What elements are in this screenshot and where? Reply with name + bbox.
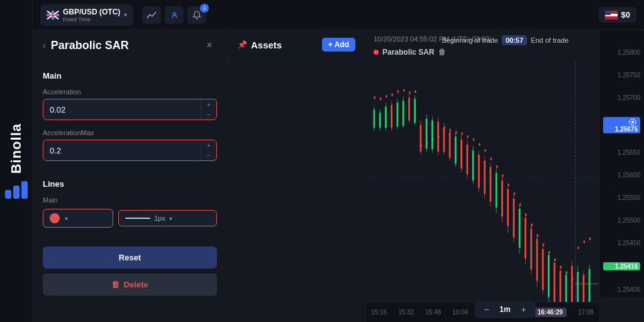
- acceleration-increment[interactable]: +: [201, 99, 216, 109]
- zoom-out-button[interactable]: −: [479, 303, 493, 316]
- timeframe-label: 1m: [497, 305, 513, 314]
- svg-point-149: [631, 121, 634, 123]
- add-asset-button[interactable]: + Add: [322, 38, 355, 52]
- svg-point-35: [380, 97, 381, 101]
- acceleration-max-label: AccelerationMax: [43, 129, 217, 136]
- asset-name: GBP/USD (OTC): [63, 8, 120, 16]
- price-scale: 1.25800 1.25750 1.25700 1.25675 1.25650 …: [599, 30, 644, 297]
- svg-rect-16: [605, 11, 611, 15]
- acceleration-label: Acceleration: [43, 88, 217, 96]
- acceleration-max-spinners: + −: [201, 140, 216, 160]
- panel-header: ‹ Parabolic SAR ×: [33, 30, 227, 61]
- delete-icon: 🗑: [111, 280, 119, 289]
- time-controls: − 1m +: [474, 301, 535, 318]
- assets-list: [228, 60, 365, 322]
- svg-point-49: [461, 132, 462, 135]
- svg-point-50: [467, 135, 469, 138]
- price-8: 1.25450: [603, 240, 640, 247]
- asset-type: Fixed Time: [63, 16, 120, 23]
- trade-end-label: End of trade: [531, 36, 569, 44]
- reset-button[interactable]: Reset: [43, 247, 217, 269]
- svg-point-71: [589, 237, 591, 240]
- delete-button[interactable]: 🗑 Delete: [43, 274, 217, 296]
- svg-point-70: [584, 240, 585, 243]
- gb-flag-icon: [47, 11, 59, 19]
- price-7: 1.25500: [603, 217, 640, 224]
- parabolic-sar-panel: ‹ Parabolic SAR × Main Acceleration + −: [33, 30, 228, 322]
- pin-icon: 📌: [238, 40, 247, 49]
- asset-info: GBP/USD (OTC) Fixed Time: [63, 8, 120, 23]
- balance-amount: $0: [621, 10, 630, 19]
- trade-beginning-label: Beginning of trade: [442, 36, 498, 44]
- svg-point-41: [414, 90, 416, 93]
- entry-price-badge: 1.25416: [603, 262, 640, 270]
- svg-point-38: [397, 90, 399, 93]
- price-9: 1.25400: [603, 286, 640, 293]
- assets-header: 📌 Assets + Add: [228, 30, 365, 60]
- asset-selector[interactable]: GBP/USD (OTC) Fixed Time ▾: [40, 4, 133, 26]
- brand-strip: Binolla: [0, 0, 33, 322]
- time-7: 17:08: [578, 309, 594, 316]
- indicator-dot-icon: [374, 50, 379, 55]
- price-4: 1.25650: [603, 149, 640, 156]
- indicators-button[interactable]: [142, 6, 161, 24]
- color-selector[interactable]: ▾: [43, 209, 113, 228]
- time-3: 15:48: [425, 309, 441, 316]
- svg-point-36: [386, 95, 387, 98]
- svg-rect-2: [21, 181, 28, 199]
- assets-panel: 📌 Assets + Add: [228, 30, 366, 322]
- svg-line-11: [150, 14, 152, 16]
- svg-point-53: [484, 149, 486, 152]
- title-area: ‹ Parabolic SAR: [43, 39, 129, 52]
- acceleration-group: Acceleration + −: [43, 88, 217, 120]
- trade-timer: 00:57: [502, 35, 527, 45]
- zoom-in-button[interactable]: +: [517, 303, 531, 316]
- svg-rect-15: [605, 16, 618, 19]
- lines-section-label: Lines: [43, 179, 217, 189]
- indicator-delete-icon[interactable]: 🗑: [438, 48, 446, 57]
- assets-title-area: 📌 Assets: [238, 40, 282, 50]
- panel-content: Main Acceleration + − AccelerationMax: [33, 61, 227, 322]
- line-style-chevron-icon: ▾: [169, 215, 172, 222]
- divider: [43, 170, 217, 170]
- close-panel-button[interactable]: ×: [202, 38, 217, 53]
- top-bar: GBP/USD (OTC) Fixed Time ▾ A: [33, 0, 644, 30]
- assets-title: Assets: [251, 40, 282, 50]
- svg-point-34: [374, 96, 375, 99]
- color-dot-icon: [50, 213, 60, 223]
- current-time-badge: 16:46:29: [534, 308, 567, 317]
- price-chart: [366, 62, 599, 302]
- svg-line-10: [147, 14, 150, 18]
- time-4: 16:04: [452, 309, 468, 316]
- chart-area: 10/20/2023 04:55:02 PM (UTC+03:00) Parab…: [366, 30, 644, 322]
- acceleration-input-row: + −: [43, 99, 217, 120]
- svg-line-12: [152, 12, 156, 16]
- acceleration-max-input[interactable]: [43, 141, 201, 160]
- lines-main-label: Main: [43, 196, 217, 204]
- trade-info: Beginning of trade 00:57 End of trade: [442, 35, 569, 45]
- indicator-name: Parabolic SAR: [382, 48, 435, 57]
- acceleration-max-group: AccelerationMax + −: [43, 129, 217, 161]
- acceleration-input[interactable]: [43, 100, 201, 119]
- panel-title: Parabolic SAR: [51, 39, 129, 52]
- svg-point-69: [577, 247, 579, 250]
- time-2: 15:32: [398, 309, 414, 316]
- svg-point-51: [473, 138, 474, 142]
- line-style-selector[interactable]: 1px ▾: [118, 210, 217, 226]
- acceleration-max-input-row: + −: [43, 140, 217, 161]
- acceleration-decrement[interactable]: −: [201, 109, 216, 119]
- svg-point-39: [403, 89, 404, 92]
- svg-point-54: [491, 157, 492, 160]
- acceleration-max-increment[interactable]: +: [201, 140, 216, 150]
- svg-point-55: [496, 165, 497, 169]
- balance-selector[interactable]: $0: [599, 7, 636, 23]
- asset-chevron-icon: ▾: [124, 11, 127, 18]
- svg-point-40: [409, 91, 410, 94]
- acceleration-spinners: + −: [201, 99, 216, 119]
- alerts-button[interactable]: 1: [187, 6, 206, 24]
- acceleration-max-decrement[interactable]: −: [201, 150, 216, 160]
- strategy-button[interactable]: A: [165, 6, 184, 24]
- body-area: ‹ Parabolic SAR × Main Acceleration + −: [33, 30, 644, 322]
- brand-name: Binolla: [8, 123, 25, 174]
- back-button[interactable]: ‹: [43, 40, 46, 50]
